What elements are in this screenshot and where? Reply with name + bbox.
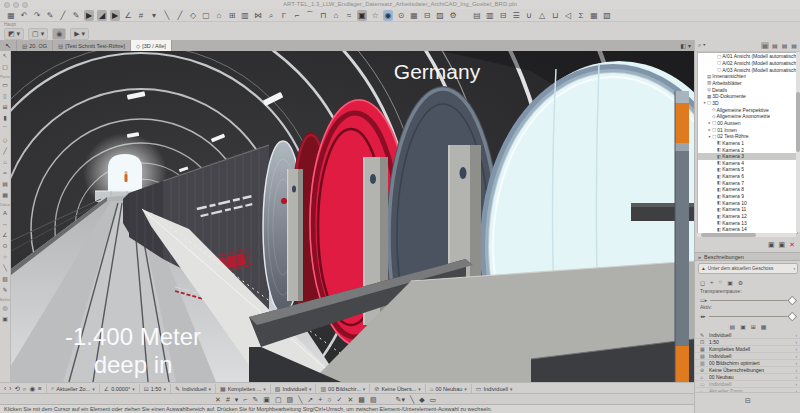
stair-tool-icon[interactable]: ▤ (2, 179, 8, 190)
quickbar-item[interactable]: ▧ Individuell ▾ (270, 384, 316, 393)
trace-reference-icon[interactable]: ▤ (729, 323, 735, 330)
navigator-item[interactable]: ◧ Kamera 12 (698, 213, 797, 220)
morph-icon[interactable]: ∪ (524, 10, 534, 21)
quick-option[interactable]: ⌂ 00 Neubau › (695, 374, 800, 381)
toolbox-section-sichten[interactable]: Sichten (0, 296, 11, 303)
navigator-item[interactable]: ◧ Kamera 14 (698, 226, 797, 233)
back-icon[interactable]: ◁ (563, 10, 573, 21)
undo-icon[interactable]: ↶ (19, 10, 29, 21)
window-icon[interactable]: ⊞ (227, 10, 237, 21)
navigator-item[interactable]: ◧ Kamera 9 (698, 193, 797, 200)
clone-folder-icon[interactable]: ▣ (779, 241, 786, 249)
orbit-icon[interactable]: ⟲ (14, 385, 19, 393)
search-icon[interactable]: ⌕ ▾ (698, 42, 706, 49)
collapse-chevron-icon[interactable]: » (698, 254, 701, 260)
quickbar-item[interactable]: ⌕ Aktueller Zo... ▾ (46, 384, 99, 393)
snap-options-icon[interactable]: ▾ (149, 10, 159, 21)
settings-icon[interactable]: ⚙ (738, 279, 743, 286)
quickbar-item[interactable]: ▥ 00 Bildschir... ▾ (315, 384, 369, 393)
object-tool-icon[interactable]: ▦ (2, 190, 8, 201)
text-tool-icon[interactable]: A (3, 208, 7, 219)
select-mode-icon[interactable]: ▶ (110, 10, 120, 21)
layer-settings-icon[interactable]: ▨ (435, 10, 445, 21)
shell-tool-icon[interactable]: ⌂ (3, 157, 7, 168)
project-map-icon[interactable]: ▤ (761, 42, 769, 49)
viewport-3d[interactable]: Germany -1.400 Meter deep in (11, 51, 694, 382)
quickbar-item[interactable]: ✎ Individuell ▾ (170, 384, 215, 393)
options-icon[interactable]: ▾ (235, 396, 239, 404)
navigator-item[interactable]: ▸ ▢ 00 Aussen (698, 120, 797, 127)
printer-icon[interactable]: ⊟ (745, 397, 751, 405)
navigator-item[interactable]: ◇ Allgemeine Axonometrie (698, 113, 797, 120)
pen-set-icon[interactable]: ✎▾ (396, 396, 405, 404)
duplicate-icon[interactable]: ▣ (727, 279, 733, 286)
toolbox-section-dokumentation[interactable]: Dokumentation (0, 201, 11, 208)
elevation-icon[interactable]: ⊟ (498, 10, 508, 21)
composite-default-button[interactable]: ▢ ▾ (28, 28, 48, 40)
marquee-tool-icon[interactable]: ▢ (2, 62, 8, 73)
navigator-item[interactable]: ◧ Kamera 11 (698, 206, 797, 213)
navigator-item[interactable]: ▢ A/03 Ansicht (Modell automatisch wiede… (698, 66, 797, 73)
cursor-mode-button[interactable]: ↖ (0, 40, 17, 51)
favorites-icon[interactable]: ☆ (370, 10, 380, 21)
schedule-icon[interactable]: ☰ (511, 10, 521, 21)
roof-tool-icon[interactable]: ╱ (3, 146, 7, 157)
back-icon[interactable]: ‹ (4, 385, 6, 393)
layout-switch-icon[interactable]: ◧ (680, 42, 686, 49)
confirm-icon[interactable]: ✓ (337, 396, 343, 404)
inject-parameters-icon[interactable]: ✎ (71, 10, 81, 21)
split-view-icon[interactable]: ⊞ (751, 323, 756, 330)
slab-icon[interactable]: ◇ (188, 10, 198, 21)
navigator-item[interactable]: ◧ Kamera 8 (698, 186, 797, 193)
navigator-item[interactable]: ◧ Kamera 2 (698, 146, 797, 153)
navigator-item[interactable]: ◇ Allgemeine Perspektive (698, 106, 797, 113)
circle-tool-icon[interactable]: ○ (3, 252, 7, 263)
slab-tool-icon[interactable]: ◇ (3, 135, 8, 146)
marquee-icon[interactable]: ◻ (700, 279, 705, 286)
corner-icon[interactable]: ⌐ (243, 396, 247, 404)
active-layer-button[interactable]: ◉ (52, 28, 66, 40)
navigator-item[interactable]: ▸ ▢ 01 Innen (698, 126, 797, 133)
redo-icon[interactable]: ↷ (32, 10, 42, 21)
navigator-item[interactable]: ▾ ▢ 3D (698, 100, 797, 107)
add-icon[interactable]: + (318, 396, 322, 404)
transparency-slider[interactable]: ▭▸ (700, 296, 796, 304)
navigator-item[interactable]: ◧ Kamera 5 (698, 166, 797, 173)
tree-vertical-scrollbar[interactable] (796, 52, 800, 232)
section-icon[interactable]: ▥ (485, 10, 495, 21)
find-select-icon[interactable]: ⌕ (266, 10, 276, 21)
zoom-icon[interactable]: ⌕ (23, 385, 27, 393)
quick-option[interactable]: ⊘ Keine Überschreibungen › (695, 367, 800, 374)
3d-view-icon[interactable]: ▣ (357, 10, 367, 21)
pen-icon[interactable]: ✎ (45, 10, 55, 21)
layout-book-icon[interactable]: ▦ (409, 10, 419, 21)
layout-book-icon[interactable]: ▤ (781, 42, 789, 49)
offset-icon[interactable]: ⌂ (331, 10, 341, 21)
line-icon[interactable]: ╲ (162, 10, 172, 21)
quick-option[interactable]: ▭ Individuell › (695, 381, 800, 388)
texture-icon[interactable]: ▧ (370, 396, 377, 404)
adjust-icon[interactable]: Γ (279, 10, 289, 21)
navigator-item[interactable]: ◧ Kamera 1 (698, 140, 797, 147)
toolbox-section-planung[interactable]: Planung (0, 73, 11, 80)
grid-icon[interactable]: # (226, 396, 230, 404)
navigator-item[interactable]: ◧ Kamera 10 (698, 199, 797, 206)
publisher-icon[interactable]: ▤ (790, 42, 798, 49)
section-tool-icon[interactable]: ▣ (2, 314, 8, 325)
camera-tool-icon[interactable]: ◎ (2, 303, 7, 314)
navigator-item[interactable]: ◎ Details (698, 86, 797, 93)
navigator-item[interactable]: ◧ Kamera 7 (698, 179, 797, 186)
fillet-icon[interactable]: ⌒ (305, 10, 315, 21)
cancel-icon[interactable]: ✕ (215, 396, 221, 404)
story-filter-dropdown[interactable]: ▲ Unter dem aktuellen Geschoss › (698, 263, 798, 274)
door-tool-icon[interactable]: ▯ (3, 91, 6, 102)
guide-lines-icon[interactable]: ∠ (123, 10, 133, 21)
panel-grid-icon[interactable]: ▦ (6, 10, 16, 21)
frame-icon[interactable]: ▢ (275, 396, 282, 404)
quick-option[interactable]: ▧ Individuell › (695, 353, 800, 360)
navigator-item[interactable]: ◧ Kamera 4 (698, 160, 797, 167)
quickbar-item[interactable]: ⌂ 00 Neubau ▾ (425, 384, 471, 393)
vector-icon[interactable]: ↗ (307, 396, 313, 404)
quickbar-item[interactable]: ∠ 0.0000° ▾ (99, 384, 139, 393)
fill-tool-icon[interactable]: ▧ (2, 274, 8, 285)
